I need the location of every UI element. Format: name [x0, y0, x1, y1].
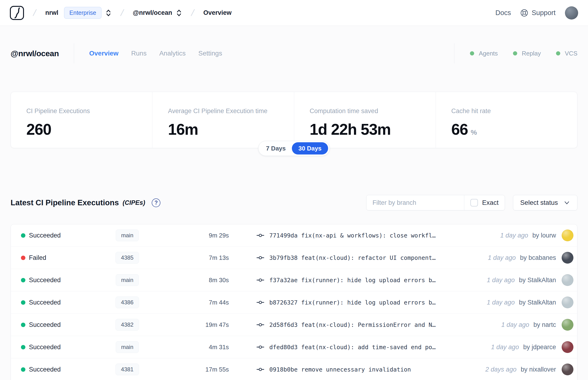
- org-switcher-button[interactable]: [105, 9, 112, 17]
- commit-message: dfed80d3 feat(nx-cloud): add time-saved …: [269, 344, 436, 351]
- row-meta: 1 day ago by StalkAltan: [487, 274, 574, 286]
- commit-info: f37a32ae fix(runner): hide log upload er…: [257, 277, 436, 284]
- duration: 7m 13s: [158, 254, 229, 262]
- status-dot: [470, 51, 474, 56]
- breadcrumb: / nrwl Enterprise / @nrwl/ocean / Overvi…: [10, 6, 495, 20]
- navbar-actions: Docs Support: [495, 6, 578, 19]
- breadcrumb-org[interactable]: nrwl: [45, 9, 58, 17]
- stat-label: Cache hit rate: [451, 108, 577, 115]
- author-avatar: [562, 363, 573, 375]
- table-row[interactable]: Succeeded main 9m 29s 771499da fix(nx-ap…: [11, 224, 577, 247]
- row-meta: 2 days ago by nixallover: [485, 363, 574, 375]
- row-meta: 1 day ago by jdpearce: [491, 341, 574, 353]
- author-avatar: [562, 252, 573, 264]
- integration-label: Agents: [479, 50, 498, 57]
- git-commit-icon: [257, 366, 264, 373]
- table-row[interactable]: Succeeded main 8m 30s f37a32ae fix(runne…: [11, 269, 577, 291]
- stat-label: CI Pipeline Executions: [26, 108, 152, 115]
- help-icon[interactable]: ?: [152, 198, 160, 207]
- tab-overview[interactable]: Overview: [89, 50, 118, 57]
- cipe-section-header: Latest CI Pipeline Executions (CIPEs) ? …: [11, 195, 577, 211]
- status-label: Succeeded: [29, 277, 97, 284]
- status-label: Succeeded: [29, 321, 97, 328]
- row-meta: 1 day ago by bcabanes: [488, 252, 574, 264]
- workspace-header: @nrwl/ocean Overview Runs Analytics Sett…: [0, 43, 588, 63]
- support-link[interactable]: Support: [520, 9, 555, 17]
- exact-checkbox[interactable]: [470, 199, 478, 207]
- git-commit-icon: [257, 232, 264, 239]
- branch-badge: 4382: [115, 319, 139, 331]
- author: by nixallover: [521, 366, 556, 373]
- integration-agents[interactable]: Agents: [470, 50, 498, 57]
- toggle-7-days[interactable]: 7 Days: [260, 142, 292, 154]
- status-dot: [21, 367, 25, 372]
- commit-info: 771499da fix(nx-api & workflows): close …: [257, 232, 436, 239]
- table-row[interactable]: Failed 4385 7m 13s 3b79fb38 feat(nx-clou…: [11, 247, 577, 269]
- branch-badge: main: [116, 274, 139, 286]
- author: by lourw: [532, 232, 556, 239]
- commit-info: 0918b0be remove unnecessary invalidation: [257, 366, 411, 373]
- workspace-title: @nrwl/ocean: [11, 49, 59, 58]
- git-commit-icon: [257, 299, 264, 306]
- author-avatar: [562, 297, 573, 308]
- breadcrumb-workspace[interactable]: @nrwl/ocean: [133, 9, 172, 17]
- toggle-30-days[interactable]: 30 Days: [292, 142, 328, 154]
- commit-message: f37a32ae fix(runner): hide log upload er…: [269, 277, 436, 284]
- status-label: Succeeded: [29, 366, 97, 373]
- tab-analytics[interactable]: Analytics: [159, 50, 186, 57]
- divider: [454, 43, 455, 63]
- stat-card-cache-hit-rate: Cache hit rate 66%: [436, 92, 577, 148]
- branch-badge: main: [116, 341, 139, 353]
- stat-value: 16m: [168, 121, 198, 138]
- status-label: Failed: [29, 254, 97, 262]
- branch-badge: 4381: [115, 363, 139, 375]
- cipe-section-title: Latest CI Pipeline Executions: [11, 198, 119, 207]
- table-row[interactable]: Succeeded 4382 19m 47s 2d58f6d3 feat(nx-…: [11, 314, 577, 336]
- exact-match-control: Exact: [464, 195, 505, 210]
- integration-vcs[interactable]: VCS: [556, 50, 577, 57]
- nx-cloud-logo[interactable]: [10, 6, 24, 20]
- status-dot: [21, 233, 25, 238]
- row-meta: 1 day ago by StalkAltan: [487, 297, 574, 308]
- time-ago: 1 day ago: [501, 321, 529, 328]
- workspace-switcher-button[interactable]: [176, 9, 182, 17]
- status-dot: [513, 51, 517, 56]
- status-dot: [556, 51, 560, 56]
- status-dot: [21, 256, 25, 260]
- git-commit-icon: [257, 321, 264, 328]
- git-commit-icon: [257, 254, 264, 261]
- commit-info: b8726327 fix(runner): hide log upload er…: [257, 299, 436, 306]
- time-ago: 2 days ago: [485, 366, 516, 373]
- table-row[interactable]: Succeeded main 4m 31s dfed80d3 feat(nx-c…: [11, 336, 577, 358]
- author-avatar: [562, 341, 573, 353]
- stat-card-ci-pipeline-executions: CI Pipeline Executions 260: [11, 92, 152, 148]
- select-status-dropdown[interactable]: Select status: [513, 195, 577, 210]
- author: by StalkAltan: [519, 277, 556, 284]
- author-avatar: [562, 229, 573, 241]
- enterprise-badge[interactable]: Enterprise: [64, 7, 102, 19]
- cipe-table-body: Succeeded main 9m 29s 771499da fix(nx-ap…: [11, 224, 577, 380]
- tab-settings[interactable]: Settings: [198, 50, 222, 57]
- duration: 4m 31s: [158, 343, 229, 351]
- tab-runs[interactable]: Runs: [131, 50, 147, 57]
- status-dot: [21, 278, 25, 283]
- time-ago: 1 day ago: [488, 254, 516, 262]
- duration: 9m 29s: [158, 232, 229, 239]
- time-ago: 1 day ago: [491, 343, 519, 351]
- author: by StalkAltan: [519, 299, 556, 306]
- integration-replay[interactable]: Replay: [513, 50, 541, 57]
- docs-label: Docs: [495, 9, 511, 17]
- duration: 17m 55s: [158, 366, 229, 373]
- duration: 7m 44s: [158, 299, 229, 306]
- author-avatar: [562, 319, 573, 331]
- stat-card-computation-time-saved: Computation time saved 1d 22h 53m: [294, 92, 436, 148]
- duration: 8m 30s: [158, 277, 229, 284]
- docs-link[interactable]: Docs: [495, 9, 511, 17]
- stat-label: Average CI Pipeline Execution time: [168, 108, 294, 115]
- chevron-up-down-icon: [105, 9, 112, 17]
- table-row[interactable]: Succeeded 4386 7m 44s b8726327 fix(runne…: [11, 291, 577, 314]
- user-avatar[interactable]: [565, 6, 578, 19]
- stat-value: 66: [451, 121, 468, 138]
- branch-filter-input[interactable]: [366, 195, 464, 210]
- table-row[interactable]: Succeeded 4381 17m 55s 0918b0be remove u…: [11, 358, 577, 380]
